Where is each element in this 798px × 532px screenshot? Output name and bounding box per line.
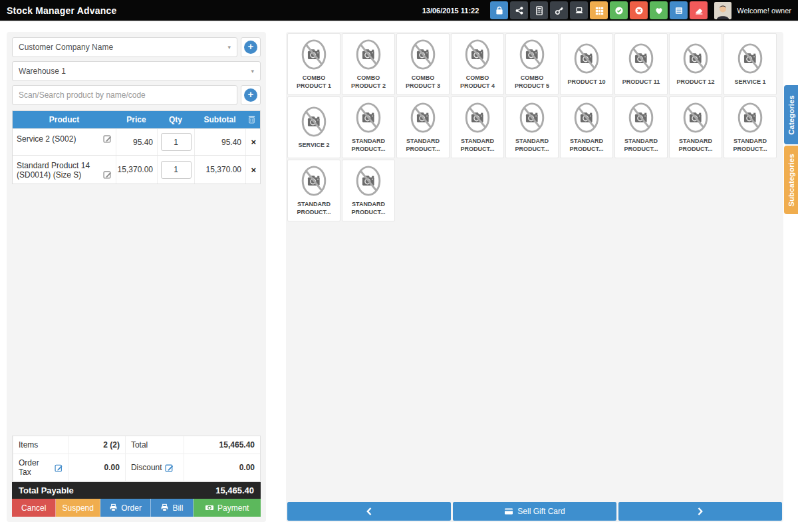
product-tile[interactable]: COMBO PRODUCT 5 xyxy=(505,33,559,95)
sell-gift-card-button[interactable]: Sell Gift Card xyxy=(453,502,616,521)
product-tile[interactable]: STANDARD PRODUCT... xyxy=(287,160,340,221)
product-tile-label: STANDARD PRODUCT... xyxy=(344,201,393,216)
grid-pagination: Sell Gift Card xyxy=(287,502,782,521)
previous-page-button[interactable] xyxy=(287,502,451,521)
product-tile-label: PRODUCT 10 xyxy=(567,78,605,86)
qty-input[interactable] xyxy=(161,161,192,179)
chevron-down-icon: ▾ xyxy=(251,68,254,74)
product-tile[interactable]: STANDARD PRODUCT... xyxy=(451,96,504,158)
product-tile[interactable]: STANDARD PRODUCT... xyxy=(614,96,668,158)
cart-item-price: 15,370.00 xyxy=(116,156,157,184)
erase-button[interactable] xyxy=(690,1,708,19)
product-tile[interactable]: COMBO PRODUCT 3 xyxy=(396,33,450,95)
remove-item-button[interactable]: × xyxy=(251,138,256,146)
next-page-button[interactable] xyxy=(618,502,782,521)
product-tile[interactable]: STANDARD PRODUCT... xyxy=(342,96,395,158)
order-button[interactable]: Order xyxy=(100,499,151,517)
heart-icon xyxy=(654,5,664,16)
product-tile[interactable]: STANDARD PRODUCT... xyxy=(669,96,722,158)
product-tile[interactable]: COMBO PRODUCT 4 xyxy=(451,33,504,95)
product-tile-label: PRODUCT 11 xyxy=(622,78,660,86)
no-image-icon xyxy=(354,101,382,134)
product-tile-label: COMBO PRODUCT 3 xyxy=(398,74,448,90)
favorites-button[interactable] xyxy=(650,1,668,19)
product-tile-label: STANDARD PRODUCT... xyxy=(726,138,775,153)
suspend-button[interactable]: Suspend xyxy=(56,499,100,517)
product-tile[interactable]: SERVICE 1 xyxy=(724,33,777,95)
tab-subcategories[interactable]: Subcategories xyxy=(784,146,798,214)
printer-icon xyxy=(160,503,169,512)
cart-table: Product Price Qty Subtotal Service 2 (S0… xyxy=(12,110,261,184)
product-tile[interactable]: STANDARD PRODUCT... xyxy=(560,96,613,158)
no-image-icon xyxy=(736,101,764,134)
product-tile-label: STANDARD PRODUCT... xyxy=(507,138,557,153)
product-tile[interactable]: PRODUCT 12 xyxy=(669,33,722,95)
app-title: Stock Manager Advance xyxy=(7,5,117,16)
payment-button[interactable]: Payment xyxy=(194,499,261,517)
product-tile-label: STANDARD PRODUCT... xyxy=(562,138,611,153)
product-tile[interactable]: PRODUCT 10 xyxy=(560,33,613,95)
no-image-icon xyxy=(409,38,437,71)
list-view-button[interactable] xyxy=(670,1,688,19)
share-button[interactable] xyxy=(510,1,528,19)
edit-item-icon[interactable] xyxy=(103,170,112,179)
total-label: Total xyxy=(125,436,184,454)
edit-discount-icon[interactable] xyxy=(165,464,174,472)
key-button[interactable] xyxy=(550,1,568,19)
order-label: Order xyxy=(121,503,142,513)
cancel-circle-button[interactable] xyxy=(630,1,648,19)
edit-item-icon[interactable] xyxy=(103,134,112,143)
product-tile[interactable]: PRODUCT 11 xyxy=(614,33,668,95)
payment-label: Payment xyxy=(217,503,249,513)
qty-input[interactable] xyxy=(161,133,192,151)
product-tile-label: STANDARD PRODUCT... xyxy=(616,138,666,153)
confirm-button[interactable] xyxy=(610,1,628,19)
cancel-button[interactable]: Cancel xyxy=(12,499,56,517)
items-label: Items xyxy=(13,436,68,454)
product-tile[interactable]: STANDARD PRODUCT... xyxy=(342,160,395,221)
product-tile[interactable]: SERVICE 2 xyxy=(287,96,340,158)
product-grid-panel: COMBO PRODUCT 1 COMBO PRODUCT 2 COMBO PR… xyxy=(286,32,783,522)
product-tile-label: STANDARD PRODUCT... xyxy=(671,138,720,153)
edit-order-tax-icon[interactable] xyxy=(55,464,63,472)
no-image-icon xyxy=(409,101,437,134)
warehouse-select[interactable]: Warehouse 1 ▾ xyxy=(12,61,261,81)
display-button[interactable] xyxy=(570,1,588,19)
eraser-icon xyxy=(694,5,704,16)
no-image-icon xyxy=(682,42,710,75)
product-tile[interactable]: STANDARD PRODUCT... xyxy=(724,96,777,158)
product-tile[interactable]: STANDARD PRODUCT... xyxy=(505,96,559,158)
pos-action-buttons: Cancel Suspend Order Bill Payment xyxy=(12,499,261,517)
product-tile[interactable]: COMBO PRODUCT 2 xyxy=(342,33,395,95)
order-tax-label: Order Tax xyxy=(13,454,68,481)
remove-item-button[interactable]: × xyxy=(251,166,256,174)
sell-gift-card-label: Sell Gift Card xyxy=(517,507,565,516)
customer-select[interactable]: Customer Company Name ▾ xyxy=(12,37,237,57)
grid-view-button[interactable] xyxy=(590,1,608,19)
no-image-icon xyxy=(573,42,600,75)
add-customer-button[interactable]: + xyxy=(241,37,261,57)
chevron-down-icon: ▾ xyxy=(227,44,231,51)
calculator-icon xyxy=(534,5,545,16)
user-avatar[interactable] xyxy=(714,2,732,19)
tab-categories[interactable]: Categories xyxy=(784,85,798,144)
product-tile[interactable]: STANDARD PRODUCT... xyxy=(396,96,450,158)
no-image-icon xyxy=(464,101,491,134)
register-bag-icon xyxy=(494,5,505,16)
pos-register-button[interactable] xyxy=(490,1,508,19)
cancel-label: Cancel xyxy=(21,503,46,513)
no-image-icon xyxy=(354,38,382,71)
calculator-button[interactable] xyxy=(530,1,548,19)
product-tile[interactable]: COMBO PRODUCT 1 xyxy=(287,33,340,95)
product-search-input[interactable] xyxy=(12,85,237,105)
order-tax-value: 0.00 xyxy=(68,454,125,481)
discount-value: 0.00 xyxy=(184,454,260,481)
product-tile-label: STANDARD PRODUCT... xyxy=(344,138,393,153)
subcategories-tab-label: Subcategories xyxy=(787,154,795,206)
bill-button[interactable]: Bill xyxy=(151,499,193,517)
no-image-icon xyxy=(300,38,328,71)
add-product-button[interactable]: + xyxy=(241,85,261,105)
chevron-left-icon xyxy=(366,507,372,516)
no-image-icon xyxy=(518,101,546,134)
cart-table-header: Product Price Qty Subtotal xyxy=(13,111,260,128)
